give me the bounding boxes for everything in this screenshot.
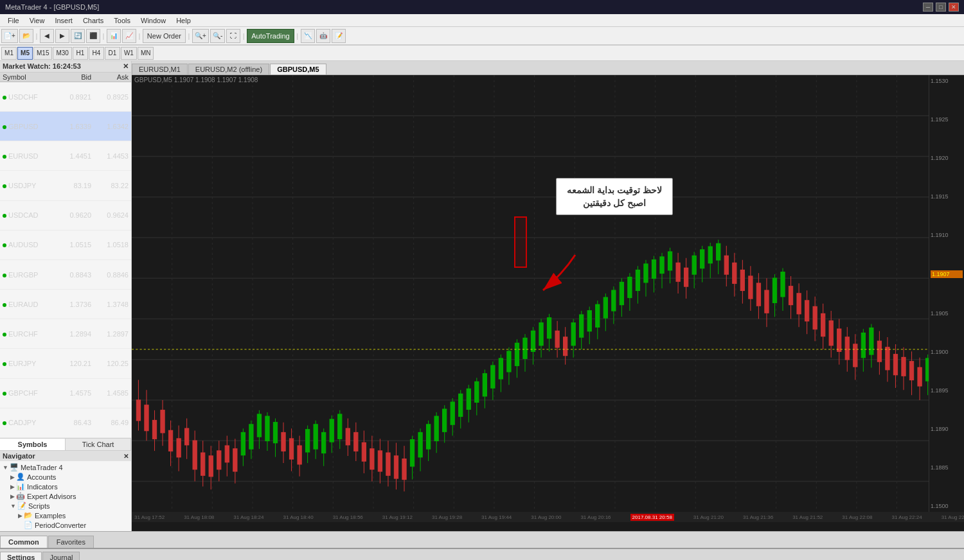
chart-type1[interactable]: 📊	[107, 29, 121, 43]
market-watch-row-eurusd[interactable]: EURUSD 1.4451 1.4453	[0, 141, 131, 171]
menu-file[interactable]: File	[3, 15, 24, 26]
nav-item-scripts[interactable]: ▼ 📝 Scripts	[0, 501, 131, 511]
tab-journal[interactable]: Journal	[42, 552, 80, 560]
tab-common[interactable]: Common	[0, 536, 48, 548]
market-watch-row-usdjpy[interactable]: USDJPY 83.19 83.22	[0, 171, 131, 200]
market-watch-close[interactable]: ✕	[123, 62, 129, 71]
back-button[interactable]: ◀	[40, 29, 54, 43]
menu-view[interactable]: View	[24, 15, 50, 26]
timeframe-m5[interactable]: M5	[17, 47, 33, 60]
time-highlighted: 2017.08.31 20:58	[630, 514, 674, 521]
timeframe-h4[interactable]: H4	[89, 47, 104, 60]
timeframe-mn[interactable]: MN	[138, 47, 154, 60]
market-watch-row-usdchf[interactable]: USDCHF 0.8921 0.8925	[0, 82, 131, 112]
forward-button[interactable]: ▶	[55, 29, 69, 43]
market-watch-row-cadjpy[interactable]: CADJPY 86.43 86.49	[0, 408, 131, 437]
market-watch-row-eurchf[interactable]: EURCHF 1.2894 1.2897	[0, 319, 131, 349]
market-watch-row-usdcad[interactable]: USDCAD 0.9620 0.9624	[0, 200, 131, 230]
stop-button[interactable]: ⬛	[86, 29, 100, 43]
nav-item-accounts[interactable]: ▶ 👤 Accounts	[0, 472, 131, 482]
timeframe-h1[interactable]: H1	[73, 47, 88, 60]
nav-item-examples[interactable]: ▶ 📂 Examples	[0, 511, 131, 520]
dot-icon	[3, 274, 6, 277]
tab-symbols[interactable]: Symbols	[0, 439, 66, 450]
price-11: 1.1885	[931, 464, 963, 471]
market-watch-row-audusd[interactable]: AUDUSD 1.0515 1.0518	[0, 230, 131, 259]
time-8: 31 Aug 19:44	[481, 514, 512, 520]
indicator-button[interactable]: 📉	[301, 29, 315, 43]
menu-help[interactable]: Help	[171, 15, 196, 26]
svg-rect-171	[701, 250, 704, 268]
svg-rect-95	[394, 456, 398, 478]
tab-favorites[interactable]: Favorites	[48, 536, 94, 548]
nav-label-examples: Examples	[35, 512, 66, 520]
nav-item-period-converter[interactable]: ▶ 📄 PeriodConverter	[0, 520, 131, 530]
new-button[interactable]: 📄+	[1, 29, 18, 43]
autotrading-button[interactable]: AutoTrading	[247, 29, 294, 43]
chart-zoom-in[interactable]: 🔍+	[192, 29, 209, 43]
dot-icon	[3, 392, 6, 396]
menu-tools[interactable]: Tools	[109, 15, 136, 26]
svg-rect-197	[805, 301, 808, 321]
price-7: 1.1905	[931, 310, 963, 317]
chart-tab-eurusd-m2[interactable]: EURUSD,M2 (offline)	[188, 64, 269, 74]
menu-insert[interactable]: Insert	[49, 15, 78, 26]
tab-settings[interactable]: Settings	[0, 552, 42, 560]
market-watch-row-gbpusd[interactable]: GBPUSD 1.6339 1.6342	[0, 112, 131, 141]
menu-charts[interactable]: Charts	[78, 15, 109, 26]
timeframe-m15[interactable]: M15	[33, 47, 52, 60]
dot-icon	[3, 303, 6, 307]
maximize-button[interactable]: □	[936, 3, 946, 12]
timeframe-m1[interactable]: M1	[1, 47, 17, 60]
svg-rect-33	[145, 405, 148, 431]
symbol-cell: EURJPY	[0, 349, 57, 378]
menu-window[interactable]: Window	[136, 15, 171, 26]
ask-cell: 1.4585	[94, 378, 131, 408]
tester-tabs: Settings Journal	[0, 549, 964, 560]
time-14: 31 Aug 22:08	[842, 514, 872, 520]
tab-tick-chart[interactable]: Tick Chart	[66, 439, 131, 450]
close-button[interactable]: ✕	[949, 3, 959, 12]
nav-item-metatrader4[interactable]: ▼ 🖥️ MetaTrader 4	[0, 462, 131, 472]
minimize-button[interactable]: ─	[923, 3, 933, 12]
svg-rect-103	[426, 424, 430, 449]
refresh-button[interactable]: 🔄	[71, 29, 85, 43]
chart-canvas[interactable]: GBPUSD,M5 1.1907 1.1908 1.1907 1.1908	[132, 75, 964, 512]
chart-tab-gbpusd-m5[interactable]: GBPUSD,M5	[270, 64, 326, 74]
svg-rect-143	[587, 311, 591, 331]
sep3: |	[138, 29, 141, 43]
nav-item-indicators[interactable]: ▶ 📊 Indicators	[0, 482, 131, 491]
svg-rect-43	[185, 428, 189, 444]
chart-type2[interactable]: 📈	[122, 29, 136, 43]
svg-rect-71	[298, 446, 301, 464]
svg-rect-201	[821, 314, 825, 337]
chart-tab-eurusd-m1[interactable]: EURUSD,M1	[132, 64, 188, 74]
script-button[interactable]: 📝	[332, 29, 346, 43]
expert-button[interactable]: 🤖	[316, 29, 330, 43]
ask-cell: 0.8925	[94, 82, 131, 112]
market-watch-row-gbpchf[interactable]: GBPCHF 1.4575 1.4585	[0, 378, 131, 408]
market-watch-row-eurgbp[interactable]: EURGBP 0.8843 0.8846	[0, 259, 131, 289]
open-button[interactable]: 📂	[19, 29, 33, 43]
nav-label-ea: Expert Advisors	[27, 493, 76, 500]
chart-zoom-out[interactable]: 🔍-	[210, 29, 225, 43]
market-watch-row-euraud[interactable]: EURAUD 1.3736 1.3748	[0, 290, 131, 319]
svg-rect-157	[644, 264, 648, 282]
nav-item-expert-advisors[interactable]: ▶ 🤖 Expert Advisors	[0, 491, 131, 501]
bid-cell: 86.43	[57, 408, 94, 437]
symbol-cell: GBPUSD	[0, 112, 57, 141]
timeframe-w1[interactable]: W1	[121, 47, 137, 60]
navigator-close[interactable]: ✕	[123, 453, 129, 460]
chart-fit[interactable]: ⛶	[226, 29, 240, 43]
navigator-title: Navigator	[3, 452, 35, 460]
ask-cell: 1.0518	[94, 230, 131, 259]
symbol-cell: USDCAD	[0, 200, 57, 230]
svg-rect-85	[354, 433, 358, 451]
bottom-tabs-area: Common Favorites	[0, 531, 964, 548]
timeframe-m30[interactable]: M30	[53, 47, 71, 60]
expand-icon-examples: ▶	[18, 512, 22, 519]
new-order-button[interactable]: New Order	[143, 29, 186, 43]
timeframe-d1[interactable]: D1	[105, 47, 120, 60]
price-2: 1.1925	[931, 116, 963, 123]
market-watch-row-eurjpy[interactable]: EURJPY 120.21 120.25	[0, 349, 131, 378]
